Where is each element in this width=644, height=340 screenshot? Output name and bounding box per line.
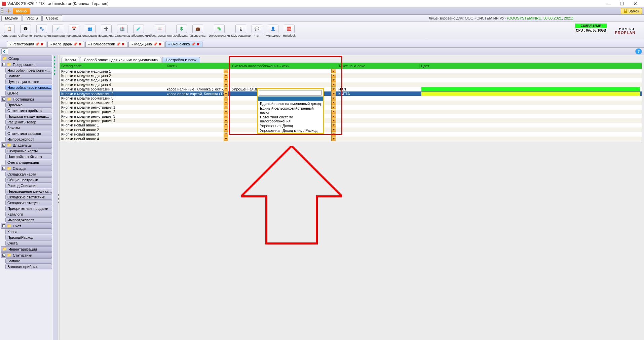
dropdown-icon[interactable] (331, 127, 336, 132)
cell-tax[interactable] (229, 74, 337, 78)
cell-kassa[interactable] (164, 110, 229, 114)
sidebar-item[interactable]: Складские статусы (5, 200, 52, 205)
close-icon[interactable]: ✖ (122, 42, 124, 46)
sidebar-category[interactable]: -📁Склады (1, 165, 52, 171)
sidebar-category[interactable]: 📁Обзор (1, 55, 52, 61)
doctab-Календарь[interactable]: ▫Календарь 📌 ✖ (47, 41, 84, 47)
sidebar-item[interactable]: Настройка рейтинга (5, 154, 52, 159)
cell-kassa[interactable] (164, 123, 229, 127)
col-button-text[interactable]: Текст на кнопке (337, 64, 420, 68)
minimize-button[interactable]: — (602, 0, 615, 7)
table-row[interactable]: Кнопки в модуле регистрация 3 (60, 114, 642, 118)
cell-kassa[interactable] (164, 114, 229, 118)
sidebar-item[interactable]: Импорт,экспорт (5, 217, 52, 223)
sidebar-item[interactable]: Валовая прибыль (5, 264, 52, 269)
dropdown-icon[interactable] (224, 69, 228, 73)
maximize-button[interactable]: ☐ (615, 0, 629, 7)
cell-tax[interactable] (229, 78, 337, 82)
dropdown-icon[interactable] (224, 96, 228, 101)
sidebar-item[interactable]: Касса (5, 229, 52, 234)
cell-tax[interactable] (229, 69, 337, 73)
cell-color[interactable] (420, 87, 642, 91)
dropdown-option[interactable]: Патентная система налогообложения (258, 115, 323, 123)
toolbar-экономика[interactable]: 💼Экономика (190, 25, 205, 37)
inner-tab[interactable]: Настройка кнопок (162, 57, 200, 63)
sidebar-item[interactable]: Расценить товар (5, 119, 52, 125)
doctab-Пользователи[interactable]: ▫Пользователи 📌 ✖ (85, 41, 128, 47)
table-row[interactable]: Кнопки в модуле медицина 1 (60, 69, 642, 73)
toolbar-пользователи[interactable]: 👥Пользователи (82, 25, 98, 37)
pin-icon[interactable]: 📌 (191, 42, 195, 46)
pin-icon[interactable]: 📌 (153, 42, 157, 46)
dropdown-icon[interactable] (224, 82, 228, 87)
cell-tax[interactable] (229, 137, 337, 141)
cell-kassa[interactable] (164, 137, 229, 141)
dropdown-icon[interactable] (224, 110, 228, 114)
close-button[interactable]: ✕ (629, 0, 642, 7)
sidebar-item[interactable]: Расход.Списание (5, 183, 52, 188)
sidebar-item[interactable]: Складские статистики (5, 194, 52, 200)
dropdown-icon[interactable] (224, 78, 228, 82)
sidebar-item[interactable]: Перемещение между ск... (5, 189, 52, 194)
dropdown-icon[interactable] (331, 105, 336, 109)
dropdown-option[interactable]: Упрощенная Доход минус Расход (258, 128, 323, 133)
dropdown-icon[interactable] (331, 110, 336, 114)
table-row[interactable]: Кнопки в модуле медицина 4 (60, 82, 642, 87)
module-tab-2[interactable]: Сервис (42, 15, 63, 21)
cell-tax[interactable] (229, 82, 337, 87)
dropdown-icon[interactable] (224, 91, 228, 96)
dropdown-icon[interactable] (224, 137, 228, 141)
dropdown-icon[interactable] (331, 123, 336, 127)
dropdown-icon[interactable] (224, 105, 228, 109)
cell-kassa[interactable] (164, 118, 229, 123)
toolbar-прейскурант[interactable]: 💲Прейскурант (174, 25, 189, 37)
close-icon[interactable]: ✖ (159, 42, 161, 46)
sidebar-item[interactable]: Счета (5, 240, 52, 246)
cell-kassa[interactable] (164, 69, 229, 73)
module-tab-1[interactable]: VetDIS (23, 15, 41, 21)
close-icon[interactable]: ✖ (197, 42, 199, 46)
sidebar-item[interactable]: Складская карта (5, 172, 52, 177)
inner-tab[interactable]: Способ оплаты для клиники по умолчанию (80, 57, 161, 63)
doctab-Экономика[interactable]: ▫Экономика 📌 ✖ (165, 41, 202, 47)
sidebar-item[interactable]: Заказы (5, 125, 52, 130)
dropdown-icon[interactable] (224, 132, 228, 137)
dropdown-icon[interactable] (331, 114, 336, 118)
table-row[interactable]: Кнопки в модуле зоомагазин 3 (60, 96, 642, 100)
dropdown-option[interactable] (258, 97, 323, 101)
dropdown-icon[interactable] (331, 74, 336, 78)
gear-icon[interactable] (6, 8, 11, 14)
cell-kassa[interactable] (164, 96, 229, 101)
toolbar-вакцинация[interactable]: 💉Вакцинация (50, 25, 66, 37)
cell-kassa[interactable] (164, 101, 229, 105)
dropdown-icon[interactable] (331, 96, 336, 101)
table-row[interactable]: Кнопки новый аванс 2 (60, 127, 642, 132)
sidebar-category[interactable]: -📁Статистики (1, 252, 52, 258)
toolbar-менеджер[interactable]: 👤Менеджер (265, 25, 281, 37)
toolbar-регистрация[interactable]: 📋Регистрация (2, 25, 17, 37)
sidebar-category[interactable]: -📁Предприятия (1, 62, 52, 67)
sidebar-item[interactable]: Настройка касс и спосо... (5, 85, 52, 90)
dropdown-icon[interactable] (224, 118, 228, 123)
table-row[interactable]: Кнопки новый аванс 4 (60, 137, 642, 141)
dropdown-icon[interactable] (331, 87, 336, 91)
dropdown-icon[interactable] (331, 118, 336, 123)
sidebar-item[interactable]: Приёмка (5, 102, 52, 108)
cell-kassa[interactable] (164, 82, 229, 87)
cell-kassa[interactable] (164, 132, 229, 137)
toolbar-лаборатория[interactable]: 🧪Лаборатория (131, 25, 146, 37)
dropdown-icon[interactable] (331, 91, 336, 96)
sidebar-category[interactable]: -📁Счёт (1, 223, 52, 229)
dropdown-icon[interactable] (331, 69, 336, 73)
dropdown-icon[interactable] (224, 101, 228, 105)
dropdown-icon[interactable] (331, 82, 336, 87)
table-row[interactable]: Кнопки в модуле зоомагазин 2касса оплата… (60, 91, 642, 96)
sidebar-item[interactable]: Каталоги (5, 212, 52, 217)
splitter[interactable] (57, 55, 60, 340)
table-row[interactable]: Кнопки в модуле регистрация 2 (60, 110, 642, 114)
lock-button[interactable]: Замок (621, 8, 642, 14)
cell-kassa[interactable] (164, 78, 229, 82)
dropdown-icon[interactable] (224, 74, 228, 78)
pin-icon[interactable]: 📌 (116, 42, 120, 46)
cell-kassa[interactable] (164, 127, 229, 132)
